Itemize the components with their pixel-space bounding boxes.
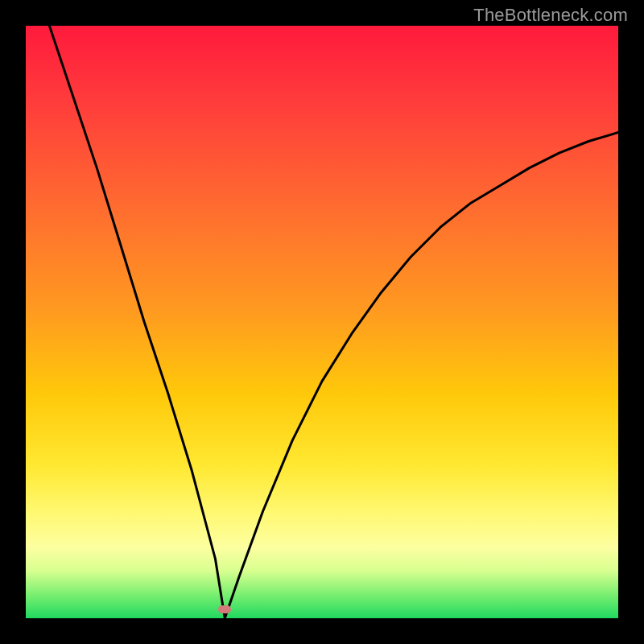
chart-frame: TheBottleneck.com: [0, 0, 644, 644]
watermark-text: TheBottleneck.com: [473, 5, 628, 26]
plot-area: [26, 26, 618, 618]
minimum-marker: [218, 605, 231, 613]
bottleneck-curve: [26, 26, 618, 618]
